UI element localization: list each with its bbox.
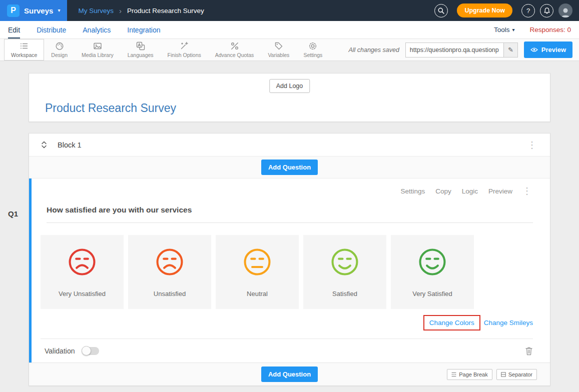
add-question-button-bottom[interactable]: Add Question: [261, 366, 318, 382]
survey-nav: Edit Distribute Analytics Integration To…: [0, 21, 579, 39]
toolbar-item-label: Advance Quotas: [215, 52, 254, 58]
block-menu-button[interactable]: ⋮: [526, 140, 538, 150]
block-footer: Add Question Page Break Separator: [29, 362, 550, 386]
option-neutral[interactable]: Neutral: [216, 235, 299, 309]
smile-smiley-icon: [330, 248, 359, 276]
product-name: Surveys: [24, 6, 53, 15]
toolbar-item-label: Variables: [268, 52, 289, 58]
nav-tabs: Edit Distribute Analytics Integration: [8, 21, 160, 38]
toolbar-right: All changes saved ✎ Preview: [348, 39, 579, 60]
chevron-down-icon: ▾: [58, 8, 60, 13]
option-very-unsatisfied[interactable]: Very Unsatisfied: [41, 235, 124, 309]
search-button[interactable]: [434, 4, 448, 18]
smiley-links-row: Change Colors Change Smileys: [41, 315, 533, 330]
questionpro-logo: P: [7, 4, 20, 17]
toolbar-item-settings[interactable]: Settings: [296, 39, 329, 60]
page-break-label: Page Break: [459, 372, 487, 378]
toolbar-item-label: Media Library: [82, 52, 114, 58]
toggle-knob: [82, 346, 91, 356]
tab-integration[interactable]: Integration: [127, 21, 160, 38]
breadcrumb: My Surveys › Product Research Survey: [78, 6, 204, 15]
nav-right: Tools ▾ Responses: 0: [494, 21, 571, 38]
frown-smiley-icon: [68, 248, 97, 276]
question-copy-link[interactable]: Copy: [435, 188, 451, 195]
block-title: Block 1: [58, 141, 82, 149]
breadcrumb-my-surveys[interactable]: My Surveys: [78, 7, 114, 14]
toolbar-item-languages[interactable]: Languages: [121, 39, 161, 60]
product-switcher[interactable]: P Surveys ▾: [0, 0, 67, 21]
tools-menu[interactable]: Tools ▾: [494, 26, 515, 34]
delete-question-button[interactable]: [525, 346, 533, 356]
editor-content: Add Logo Product Research Survey Block 1…: [0, 61, 579, 386]
separator-button[interactable]: Separator: [496, 369, 537, 380]
survey-header-card: Add Logo Product Research Survey: [29, 73, 550, 122]
preview-button[interactable]: Preview: [524, 42, 572, 58]
add-question-button-top[interactable]: Add Question: [261, 160, 318, 175]
percent-icon: [230, 42, 239, 50]
question-q1: Q1 Settings Copy Logic Preview ⋮ How sat…: [29, 178, 550, 362]
question-mark-icon: ?: [526, 7, 530, 14]
palette-icon: [55, 42, 64, 50]
bell-icon: [543, 7, 550, 14]
survey-title[interactable]: Product Research Survey: [45, 102, 176, 115]
upgrade-now-button[interactable]: Upgrade Now: [457, 4, 512, 18]
top-bar: P Surveys ▾ My Surveys › Product Researc…: [0, 0, 579, 21]
toolbar-item-media-library[interactable]: Media Library: [75, 39, 121, 60]
help-button[interactable]: ?: [521, 4, 535, 18]
tab-distribute[interactable]: Distribute: [37, 21, 66, 38]
validation-toggle[interactable]: [82, 347, 99, 355]
toolbar-item-finish-options[interactable]: Finish Options: [161, 39, 208, 60]
question-menu-button[interactable]: ⋮: [521, 186, 533, 196]
topbar-actions: Upgrade Now ?: [434, 4, 579, 18]
neutral-smiley-icon: [243, 248, 272, 276]
question-preview-link[interactable]: Preview: [488, 188, 512, 195]
validation-label: Validation: [45, 347, 75, 355]
toolbar-item-label: Languages: [128, 52, 154, 58]
trash-icon: [525, 346, 533, 356]
page-break-icon: [451, 372, 456, 377]
notifications-button[interactable]: [540, 4, 553, 18]
edit-url-button[interactable]: ✎: [503, 42, 518, 58]
toolbar-item-advance-quotas[interactable]: Advance Quotas: [208, 39, 261, 60]
translate-icon: [136, 42, 145, 50]
image-icon: [93, 42, 102, 50]
survey-url-group: ✎: [405, 42, 518, 58]
add-logo-button[interactable]: Add Logo: [269, 79, 310, 93]
separator-label: Separator: [508, 372, 532, 378]
question-logic-link[interactable]: Logic: [462, 188, 478, 195]
option-label: Very Unsatisfied: [59, 290, 106, 298]
toolbar-item-label: Settings: [303, 52, 322, 58]
preview-label: Preview: [541, 46, 566, 54]
footer-mini-buttons: Page Break Separator: [447, 369, 537, 380]
toolbar-item-variables[interactable]: Variables: [261, 39, 296, 60]
option-label: Unsatisfied: [154, 290, 186, 298]
tab-analytics[interactable]: Analytics: [83, 21, 111, 38]
toolbar-item-label: Design: [51, 52, 68, 58]
question-text[interactable]: How satisfied are you with our services: [47, 206, 533, 223]
smiley-options: Very Unsatisfied Unsatisfied: [41, 235, 533, 309]
option-label: Satisfied: [332, 290, 357, 298]
change-smileys-link[interactable]: Change Smileys: [484, 319, 533, 326]
page-break-button[interactable]: Page Break: [447, 369, 492, 380]
breadcrumb-current-survey: Product Research Survey: [127, 7, 204, 14]
change-colors-link[interactable]: Change Colors: [423, 315, 480, 330]
collapse-icon: [41, 140, 47, 149]
toolbar-item-workspace[interactable]: Workspace: [4, 39, 44, 60]
tag-icon: [274, 42, 283, 50]
block-card: Block 1 ⋮ Add Question Q1 Settings Copy …: [29, 133, 550, 386]
option-unsatisfied[interactable]: Unsatisfied: [128, 235, 211, 309]
user-icon: [559, 6, 571, 18]
option-label: Neutral: [247, 290, 268, 298]
tab-edit[interactable]: Edit: [8, 21, 20, 38]
option-very-satisfied[interactable]: Very Satisfied: [391, 235, 474, 309]
toolbar-item-design[interactable]: Design: [44, 39, 75, 60]
avatar[interactable]: [558, 4, 572, 18]
collapse-block-button[interactable]: [41, 140, 47, 149]
block-header: Block 1 ⋮: [29, 134, 550, 156]
option-satisfied[interactable]: Satisfied: [303, 235, 386, 309]
search-icon: [438, 8, 444, 14]
editor-toolbar: Workspace Design Media Library: [0, 39, 579, 61]
survey-url-input[interactable]: [405, 42, 503, 58]
question-settings-link[interactable]: Settings: [400, 188, 425, 195]
workspace-icon: [20, 42, 29, 50]
